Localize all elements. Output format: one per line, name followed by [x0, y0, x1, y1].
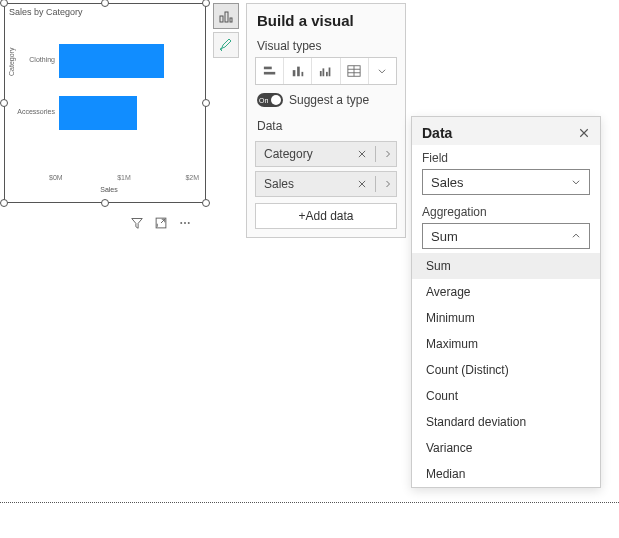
- resize-handle-tr[interactable]: [202, 0, 210, 7]
- filter-icon[interactable]: [130, 216, 144, 230]
- svg-rect-11: [301, 72, 303, 76]
- visual-types-row: [255, 57, 397, 85]
- aggregation-option[interactable]: Variance: [412, 435, 600, 461]
- more-options-icon[interactable]: [178, 216, 192, 230]
- svg-point-2: [184, 222, 186, 224]
- x-axis-label: Sales: [19, 186, 199, 193]
- aggregation-option[interactable]: Standard deviation: [412, 409, 600, 435]
- svg-rect-8: [263, 72, 274, 75]
- visual-type-table[interactable]: [341, 58, 369, 84]
- add-data-button[interactable]: +Add data: [255, 203, 397, 229]
- field-pill-category[interactable]: Category: [255, 141, 397, 167]
- chevron-down-icon: [377, 66, 387, 76]
- aggregation-option[interactable]: Average: [412, 279, 600, 305]
- build-visual-tab-button[interactable]: [213, 3, 239, 29]
- bar-label: Accessories: [17, 108, 55, 115]
- bar-clothing[interactable]: Clothing: [59, 44, 164, 78]
- chevron-up-icon: [571, 231, 581, 241]
- focus-mode-icon[interactable]: [154, 216, 168, 230]
- data-popup: Data Field Sales Aggregation Sum SumAver…: [411, 116, 601, 488]
- svg-rect-4: [220, 16, 223, 22]
- data-section-label: Data: [247, 113, 405, 137]
- visual-toolbar: [130, 216, 192, 230]
- chart-plot-area: Category ClothingAccessories $0M$1M$2M S…: [19, 34, 199, 169]
- y-axis-label: Category: [8, 48, 15, 76]
- svg-rect-9: [293, 70, 296, 76]
- visual-type-column[interactable]: [284, 58, 312, 84]
- svg-rect-10: [297, 67, 300, 77]
- visual-type-stacked-bar[interactable]: [256, 58, 284, 84]
- resize-handle-br[interactable]: [202, 199, 210, 207]
- aggregation-option[interactable]: Sum: [412, 253, 600, 279]
- aggregation-option[interactable]: Count: [412, 383, 600, 409]
- chevron-down-icon: [571, 177, 581, 187]
- svg-rect-15: [329, 68, 331, 77]
- field-chevron-icon[interactable]: [384, 179, 392, 189]
- paintbrush-icon: [218, 37, 234, 53]
- close-icon[interactable]: [578, 127, 590, 139]
- bar-accessories[interactable]: Accessories: [59, 96, 137, 130]
- field-dropdown[interactable]: Sales: [422, 169, 590, 195]
- svg-rect-13: [323, 68, 325, 76]
- suggest-toggle[interactable]: On: [257, 93, 283, 107]
- chart-visual[interactable]: Sales by Category Category ClothingAcces…: [4, 3, 206, 203]
- canvas-boundary: [0, 502, 619, 503]
- suggest-label: Suggest a type: [289, 93, 369, 107]
- svg-rect-5: [225, 12, 228, 22]
- field-label: Field: [412, 145, 600, 167]
- field-pill-sales[interactable]: Sales: [255, 171, 397, 197]
- x-axis-ticks: $0M$1M$2M: [19, 174, 199, 181]
- build-visual-panel: Build a visual Visual types On Suggest a…: [246, 3, 406, 238]
- visual-type-clustered-column[interactable]: [312, 58, 340, 84]
- svg-rect-12: [320, 71, 322, 76]
- resize-handle-mr[interactable]: [202, 99, 210, 107]
- remove-field-icon[interactable]: [357, 179, 367, 189]
- svg-rect-7: [263, 67, 271, 70]
- svg-rect-6: [230, 18, 232, 22]
- svg-rect-14: [326, 72, 328, 76]
- aggregation-option[interactable]: Minimum: [412, 305, 600, 331]
- visual-types-label: Visual types: [247, 33, 405, 57]
- aggregation-option[interactable]: Median: [412, 461, 600, 487]
- bar-label: Clothing: [29, 56, 55, 63]
- aggregation-label: Aggregation: [412, 199, 600, 221]
- svg-point-3: [188, 222, 190, 224]
- aggregation-dropdown[interactable]: Sum: [422, 223, 590, 249]
- resize-handle-ml[interactable]: [0, 99, 8, 107]
- build-panel-title: Build a visual: [247, 4, 405, 33]
- field-chevron-icon[interactable]: [384, 149, 392, 159]
- remove-field-icon[interactable]: [357, 149, 367, 159]
- aggregation-option[interactable]: Count (Distinct): [412, 357, 600, 383]
- aggregation-options-list: SumAverageMinimumMaximumCount (Distinct)…: [412, 253, 600, 487]
- format-visual-tab-button[interactable]: [213, 32, 239, 58]
- aggregation-option[interactable]: Maximum: [412, 331, 600, 357]
- bar-chart-icon: [218, 8, 234, 24]
- visual-type-more-dropdown[interactable]: [369, 58, 396, 84]
- resize-handle-bm[interactable]: [101, 199, 109, 207]
- resize-handle-bl[interactable]: [0, 199, 8, 207]
- data-popup-title: Data: [422, 125, 452, 141]
- svg-point-1: [180, 222, 182, 224]
